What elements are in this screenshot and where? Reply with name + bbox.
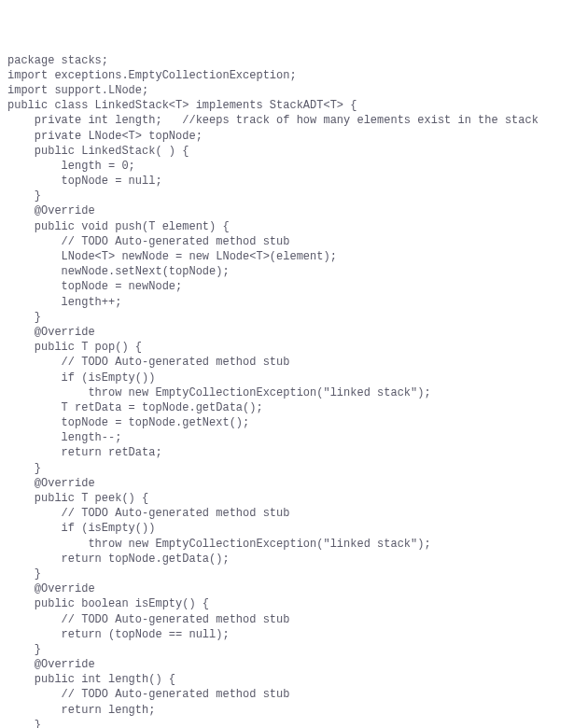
code-line: @Override: [7, 325, 566, 340]
code-line: private int length; //keeps track of how…: [7, 113, 566, 128]
code-line: public class LinkedStack<T> implements S…: [7, 98, 566, 113]
code-line: topNode = null;: [7, 174, 566, 189]
code-line: return retData;: [7, 445, 566, 460]
code-line: @Override: [7, 203, 566, 218]
code-block: package stacks;import exceptions.EmptyCo…: [7, 53, 566, 728]
code-line: // TODO Auto-generated method stub: [7, 506, 566, 521]
code-line: public int length() {: [7, 672, 566, 687]
code-line: }: [7, 718, 566, 728]
code-line: return length;: [7, 703, 566, 718]
code-line: }: [7, 461, 566, 476]
code-line: // TODO Auto-generated method stub: [7, 355, 566, 370]
code-line: return topNode.getData();: [7, 552, 566, 567]
code-line: if (isEmpty()): [7, 371, 566, 385]
code-line: // TODO Auto-generated method stub: [7, 612, 566, 627]
code-line: topNode = topNode.getNext();: [7, 415, 566, 430]
code-line: // TODO Auto-generated method stub: [7, 687, 566, 702]
code-line: }: [7, 189, 566, 203]
code-line: public T pop() {: [7, 340, 566, 355]
code-line: @Override: [7, 657, 566, 672]
code-line: }: [7, 642, 566, 657]
code-line: public LinkedStack( ) {: [7, 144, 566, 159]
code-line: T retData = topNode.getData();: [7, 400, 566, 415]
code-line: import exceptions.EmptyCollectionExcepti…: [7, 68, 566, 83]
code-line: public T peek() {: [7, 491, 566, 506]
code-line: return (topNode == null);: [7, 627, 566, 642]
code-line: @Override: [7, 476, 566, 491]
code-line: }: [7, 567, 566, 581]
code-line: topNode = newNode;: [7, 279, 566, 294]
code-line: // TODO Auto-generated method stub: [7, 234, 566, 249]
code-line: length--;: [7, 430, 566, 445]
code-line: private LNode<T> topNode;: [7, 129, 566, 144]
code-line: }: [7, 310, 566, 325]
code-line: public void push(T element) {: [7, 219, 566, 234]
code-line: public boolean isEmpty() {: [7, 596, 566, 611]
code-line: throw new EmptyCollectionException("link…: [7, 385, 566, 400]
code-line: throw new EmptyCollectionException("link…: [7, 537, 566, 552]
code-line: import support.LNode;: [7, 83, 566, 98]
code-line: @Override: [7, 581, 566, 596]
code-line: length++;: [7, 295, 566, 310]
code-line: package stacks;: [7, 53, 566, 68]
code-line: LNode<T> newNode = new LNode<T>(element)…: [7, 249, 566, 264]
code-line: if (isEmpty()): [7, 521, 566, 536]
code-line: length = 0;: [7, 159, 566, 174]
code-line: newNode.setNext(topNode);: [7, 264, 566, 279]
